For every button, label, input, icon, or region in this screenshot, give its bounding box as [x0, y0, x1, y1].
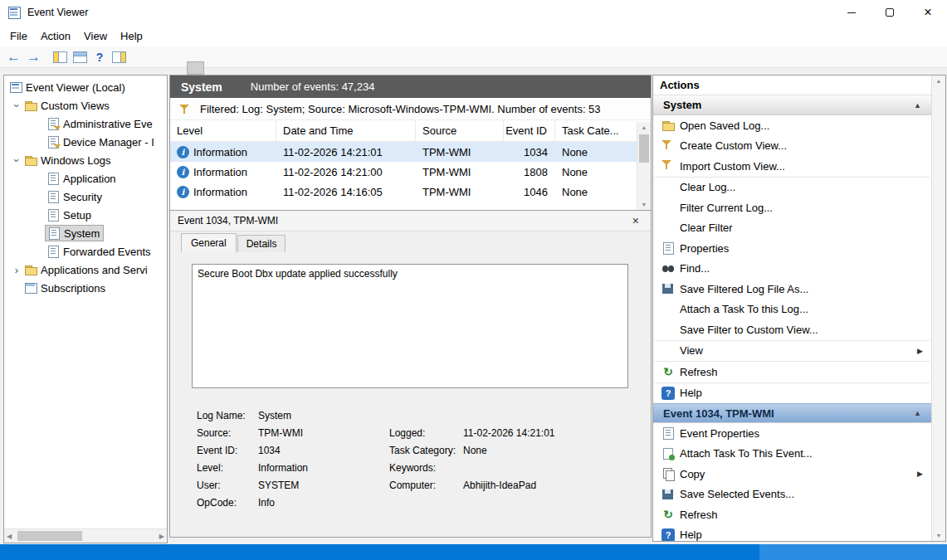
- tree-horizontal-scrollbar[interactable]: ◀ ▶: [4, 528, 167, 543]
- tree-root[interactable]: Event Viewer (Local): [4, 78, 167, 96]
- action-properties[interactable]: Properties: [653, 238, 931, 259]
- date-cell: 11-02-2026 14:21:01: [276, 142, 416, 162]
- scroll-up-icon[interactable]: ▲: [932, 78, 945, 84]
- action-event-properties[interactable]: Event Properties: [653, 423, 931, 444]
- tree-item-label: Setup: [63, 209, 91, 222]
- menu-file[interactable]: File: [3, 27, 34, 45]
- copy-icon: [661, 467, 675, 480]
- action-save-filtered-log[interactable]: Save Filtered Log File As...: [653, 279, 931, 299]
- chevron-down-icon[interactable]: ›: [11, 98, 23, 113]
- events-header-title: System: [181, 80, 222, 94]
- tree-item-device-manager[interactable]: Device Manager - I: [4, 133, 167, 151]
- event-viewer-icon: [9, 80, 22, 94]
- binoculars-icon: [661, 262, 675, 275]
- action-help[interactable]: ? Help: [653, 383, 931, 404]
- tab-details[interactable]: Details: [237, 235, 286, 252]
- tree-item-administrative-events[interactable]: Administrative Eve: [4, 114, 167, 133]
- column-header-event-id[interactable]: Event ID: [504, 120, 555, 141]
- minimize-button[interactable]: [832, 0, 871, 25]
- collapse-icon[interactable]: ▲: [914, 101, 921, 110]
- minimize-icon: [847, 12, 856, 13]
- tree-item-custom-views[interactable]: › Custom Views: [4, 96, 167, 114]
- field-value: 1034: [258, 445, 389, 456]
- scrollbar-thumb[interactable]: [17, 531, 82, 541]
- event-row[interactable]: iInformation 11-02-2026 14:21:00 TPM-WMI…: [170, 162, 651, 182]
- action-attach-task-to-log[interactable]: Attach a Task To this Log...: [653, 299, 931, 320]
- scroll-up-icon[interactable]: ▲: [637, 124, 651, 130]
- action-open-saved-log[interactable]: Open Saved Log...: [653, 115, 931, 136]
- action-help-event[interactable]: ? Help: [653, 525, 931, 542]
- maximize-button[interactable]: [871, 0, 909, 25]
- column-header-level[interactable]: Level: [170, 120, 276, 141]
- console-tree: Event Viewer (Local) › Custom Views Admi…: [4, 75, 167, 297]
- event-id-cell: 1046: [504, 182, 555, 202]
- menu-help[interactable]: Help: [114, 27, 149, 45]
- event-row[interactable]: iInformation 11-02-2026 14:21:01 TPM-WMI…: [170, 142, 651, 162]
- actions-vertical-scrollbar[interactable]: ▲ ▼: [931, 75, 945, 541]
- close-button[interactable]: ×: [909, 0, 947, 25]
- show-console-tree-icon[interactable]: [53, 51, 67, 63]
- tab-general[interactable]: General: [181, 233, 237, 252]
- action-clear-log[interactable]: Clear Log...: [653, 178, 931, 198]
- tree-item-label: Administrative Eve: [63, 118, 153, 130]
- close-icon: ×: [924, 6, 931, 19]
- events-vertical-scrollbar[interactable]: ▲ ▼: [637, 122, 651, 210]
- event-fields: Log Name: System Source: TPM-WMI Logged:…: [197, 407, 555, 511]
- window-title: Event Viewer: [27, 7, 88, 18]
- event-row[interactable]: iInformation 11-02-2026 14:16:05 TPM-WMI…: [170, 182, 651, 202]
- action-find[interactable]: Find...: [653, 259, 931, 280]
- action-refresh-event[interactable]: ↻ Refresh: [653, 504, 931, 525]
- tree-item-label: Windows Logs: [41, 154, 111, 167]
- action-save-filter-to-custom-view[interactable]: Save Filter to Custom View...: [653, 319, 931, 340]
- actions-section-event[interactable]: Event 1034, TPM-WMI ▲: [653, 403, 931, 423]
- information-icon: i: [177, 186, 189, 198]
- action-import-custom-view[interactable]: Import Custom View...: [653, 156, 931, 177]
- action-create-custom-view[interactable]: Create Custom View...: [653, 136, 931, 157]
- task-category-cell: None: [555, 142, 625, 162]
- scroll-down-icon[interactable]: ▼: [637, 202, 651, 207]
- event-message-box[interactable]: Secure Boot Dbx update applied successfu…: [192, 264, 628, 388]
- scroll-left-icon[interactable]: ◀: [7, 533, 12, 540]
- tree-item-applications-services[interactable]: › Applications and Servi: [4, 261, 167, 279]
- chevron-right-icon[interactable]: ›: [9, 264, 24, 276]
- source-cell: TPM-WMI: [416, 162, 504, 182]
- close-icon[interactable]: ×: [632, 215, 639, 226]
- scrollbar-fragment[interactable]: [187, 61, 204, 75]
- collapse-icon[interactable]: ▲: [914, 409, 921, 417]
- column-header-task-category[interactable]: Task Cate...: [555, 120, 625, 141]
- help-icon[interactable]: ?: [93, 51, 106, 64]
- action-clear-filter[interactable]: Clear Filter: [653, 218, 931, 239]
- action-save-selected-events[interactable]: Save Selected Events...: [653, 485, 931, 505]
- column-header-source[interactable]: Source: [416, 120, 504, 141]
- tree-item-security[interactable]: Security: [4, 187, 167, 206]
- menu-action[interactable]: Action: [34, 27, 77, 45]
- tree-item-windows-logs[interactable]: › Windows Logs: [4, 151, 167, 169]
- help-icon: ?: [661, 528, 675, 541]
- chevron-down-icon[interactable]: ›: [11, 153, 23, 168]
- tree-item-forwarded-events[interactable]: Forwarded Events: [4, 242, 167, 261]
- export-list-icon[interactable]: [73, 51, 87, 63]
- tree-item-application[interactable]: Application: [4, 169, 167, 187]
- back-icon[interactable]: ←: [7, 51, 21, 64]
- tree-item-system[interactable]: System: [4, 224, 167, 242]
- action-attach-task-to-event[interactable]: Attach Task To This Event...: [653, 444, 931, 465]
- action-filter-current-log[interactable]: Filter Current Log...: [653, 197, 931, 218]
- action-refresh[interactable]: ↻ Refresh: [653, 362, 931, 382]
- detail-tabs: General Details: [170, 231, 651, 252]
- tree-item-setup[interactable]: Setup: [4, 206, 167, 224]
- forward-icon[interactable]: →: [27, 51, 41, 64]
- actions-section-system[interactable]: System ▲: [653, 95, 931, 115]
- task-icon: [661, 447, 675, 460]
- save-icon: [661, 488, 675, 501]
- show-action-pane-icon[interactable]: [112, 51, 126, 63]
- scrollbar-thumb[interactable]: [639, 134, 649, 163]
- menu-view[interactable]: View: [77, 27, 114, 45]
- event-id-cell: 1808: [504, 162, 555, 182]
- action-copy[interactable]: Copy ▶: [653, 464, 931, 485]
- menu-bar: File Action View Help: [0, 25, 947, 46]
- scroll-right-icon[interactable]: ▶: [159, 533, 164, 540]
- action-view[interactable]: View ▶: [653, 341, 931, 362]
- column-header-date[interactable]: Date and Time: [276, 120, 416, 141]
- tree-item-subscriptions[interactable]: Subscriptions: [4, 279, 167, 297]
- scroll-down-icon[interactable]: ▼: [932, 533, 945, 538]
